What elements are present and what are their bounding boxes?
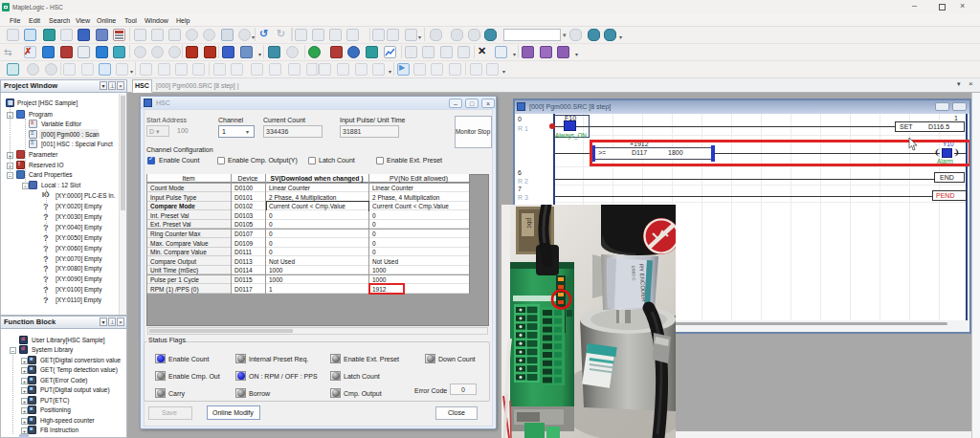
- svg-text:pbc: pbc: [525, 218, 533, 229]
